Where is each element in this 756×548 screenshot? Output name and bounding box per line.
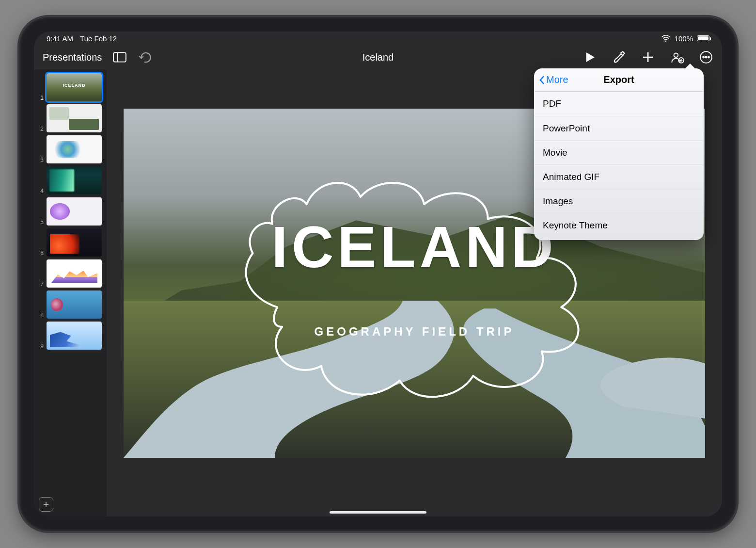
collaborate-icon[interactable] — [670, 50, 684, 64]
slide-thumbnail-preview — [47, 228, 102, 257]
slide-thumbnail-preview — [47, 322, 102, 350]
slide-thumbnail[interactable]: 6 — [39, 228, 102, 257]
export-popover: More Export PDFPowerPointMovieAnimated G… — [534, 68, 704, 240]
slide-thumbnail-preview — [47, 197, 102, 226]
slide-thumbnail-preview — [47, 73, 102, 101]
slide-thumbnail[interactable]: 4 — [39, 166, 102, 194]
export-option[interactable]: Keynote Theme — [534, 213, 704, 237]
status-time: 9:41 AM — [47, 34, 73, 43]
svg-rect-1 — [113, 52, 126, 62]
battery-percent: 100% — [675, 34, 693, 43]
slide-thumbnail-preview — [47, 166, 102, 194]
play-icon[interactable] — [583, 50, 597, 64]
more-icon[interactable] — [699, 50, 713, 64]
slide-number: 5 — [39, 219, 44, 226]
add-slide-button[interactable] — [39, 497, 53, 512]
slide-number: 1 — [39, 95, 44, 101]
slide-thumbnail[interactable]: 5 — [39, 197, 102, 226]
ipad-bezel: 9:41 AM Tue Feb 12 100% Presentations — [19, 17, 737, 531]
slide-thumbnail-preview — [47, 259, 102, 288]
export-option[interactable]: PDF — [534, 92, 704, 116]
export-option[interactable]: Animated GIF — [534, 164, 704, 189]
export-option[interactable]: Movie — [534, 140, 704, 164]
slide-thumbnail-preview — [47, 104, 102, 132]
app-toolbar: Presentations Iceland — [34, 45, 722, 69]
screen: 9:41 AM Tue Feb 12 100% Presentations — [34, 32, 722, 516]
add-icon[interactable] — [641, 50, 655, 64]
slide-thumbnail[interactable]: 7 — [39, 259, 102, 288]
popover-title: Export — [603, 74, 634, 85]
slide-number: 2 — [39, 126, 44, 132]
svg-marker-3 — [586, 52, 595, 62]
slide-thumbnail[interactable]: 1 — [39, 73, 102, 101]
svg-point-13 — [708, 57, 709, 58]
slide-thumbnail[interactable]: 8 — [39, 290, 102, 319]
status-bar: 9:41 AM Tue Feb 12 100% — [34, 32, 722, 45]
slide-thumbnail-preview — [47, 290, 102, 319]
view-options-icon[interactable] — [112, 50, 127, 64]
slide-thumbnail[interactable]: 3 — [39, 135, 102, 163]
svg-point-0 — [665, 41, 666, 42]
format-brush-icon[interactable] — [612, 50, 626, 64]
popover-back-label: More — [546, 74, 568, 85]
popover-back-button[interactable]: More — [539, 68, 568, 91]
undo-icon[interactable] — [138, 50, 152, 64]
slide-thumbnail[interactable]: 9 — [39, 322, 102, 350]
export-option[interactable]: Images — [534, 189, 704, 213]
slide-number: 7 — [39, 281, 44, 288]
back-button[interactable]: Presentations — [43, 52, 102, 63]
wifi-icon — [661, 34, 671, 42]
battery-icon — [697, 35, 709, 41]
status-date: Tue Feb 12 — [80, 34, 117, 43]
slide-thumbnail-preview — [47, 135, 102, 163]
slide-number: 9 — [39, 343, 44, 350]
slide-navigator[interactable]: 123456789 — [34, 69, 107, 516]
slide-number: 6 — [39, 250, 44, 257]
home-indicator[interactable] — [330, 511, 426, 514]
svg-point-11 — [703, 57, 704, 58]
slide-number: 4 — [39, 188, 44, 194]
slide-number: 3 — [39, 157, 44, 163]
svg-point-6 — [674, 53, 678, 57]
svg-point-12 — [706, 57, 707, 58]
export-option[interactable]: PowerPoint — [534, 116, 704, 140]
slide-subtitle[interactable]: GEOGRAPHY FIELD TRIP — [124, 325, 705, 338]
slide-thumbnail[interactable]: 2 — [39, 104, 102, 132]
slide-number: 8 — [39, 312, 44, 319]
